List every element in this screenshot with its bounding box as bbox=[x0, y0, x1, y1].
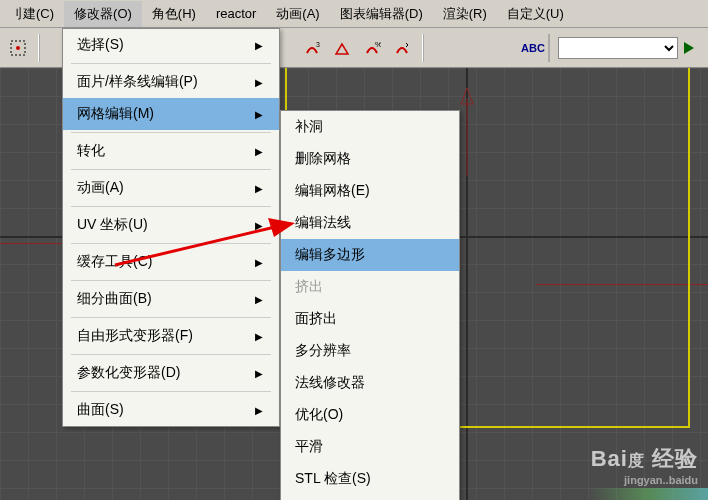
watermark-brand: Bai bbox=[591, 446, 628, 471]
menu-rendering[interactable]: 渲染(R) bbox=[433, 1, 497, 27]
menu-reactor[interactable]: reactor bbox=[206, 2, 266, 25]
menu-customize[interactable]: 自定义(U) bbox=[497, 1, 574, 27]
play-icon bbox=[683, 41, 695, 55]
submenu-optimize[interactable]: 优化(O) bbox=[281, 399, 459, 431]
submenu-normal-modifier[interactable]: 法线修改器 bbox=[281, 367, 459, 399]
menu-item-label: UV 坐标(U) bbox=[77, 216, 235, 234]
menu-item-uv-coords[interactable]: UV 坐标(U)▶ bbox=[63, 209, 279, 241]
menu-item-label: 平滑 bbox=[295, 438, 443, 456]
tool-percent-snap[interactable]: % bbox=[358, 34, 386, 62]
watermark-suffix: 经验 bbox=[652, 446, 698, 471]
menu-separator bbox=[71, 391, 271, 392]
menu-item-ffd[interactable]: 自由形式变形器(F)▶ bbox=[63, 320, 279, 352]
submenu-arrow-icon: ▶ bbox=[255, 40, 263, 51]
menu-item-animation[interactable]: 动画(A)▶ bbox=[63, 172, 279, 204]
snap-icon: 3 bbox=[303, 39, 321, 57]
menu-separator bbox=[71, 280, 271, 281]
submenu-smooth[interactable]: 平滑 bbox=[281, 431, 459, 463]
menu-item-label: 删除网格 bbox=[295, 150, 443, 168]
submenu-face-extrude[interactable]: 面挤出 bbox=[281, 303, 459, 335]
named-selection-label[interactable]: ABC bbox=[518, 34, 550, 62]
watermark-url: jingyan..baidu bbox=[591, 474, 698, 486]
submenu-cap-holes[interactable]: 补洞 bbox=[281, 111, 459, 143]
menu-item-label: 面片/样条线编辑(P) bbox=[77, 73, 235, 91]
menu-item-label: STL 检查(S) bbox=[295, 470, 443, 488]
guideline bbox=[0, 243, 68, 244]
menu-item-mesh-editing[interactable]: 网格编辑(M)▶ bbox=[63, 98, 279, 130]
svg-point-1 bbox=[16, 46, 20, 50]
menu-item-selection[interactable]: 选择(S)▶ bbox=[63, 29, 279, 61]
menu-character[interactable]: 角色(H) bbox=[142, 1, 206, 27]
menu-item-label: 优化(O) bbox=[295, 406, 443, 424]
percent-snap-icon: % bbox=[363, 39, 381, 57]
spinner-icon bbox=[393, 39, 411, 57]
menu-item-label: 挤出 bbox=[295, 278, 443, 296]
menu-item-surface[interactable]: 曲面(S)▶ bbox=[63, 394, 279, 426]
menu-animation[interactable]: 动画(A) bbox=[266, 1, 329, 27]
menu-create[interactable]: 刂建(C) bbox=[0, 1, 64, 27]
named-selection-dropdown[interactable] bbox=[558, 37, 678, 59]
menu-item-label: 曲面(S) bbox=[77, 401, 235, 419]
submenu-extrude[interactable]: 挤出 bbox=[281, 271, 459, 303]
menu-item-label: 编辑多边形 bbox=[295, 246, 443, 264]
menu-item-label: 参数化变形器(D) bbox=[77, 364, 235, 382]
menu-separator bbox=[71, 354, 271, 355]
menu-separator bbox=[71, 169, 271, 170]
menu-item-label: 编辑网格(E) bbox=[295, 182, 443, 200]
svg-text:3: 3 bbox=[316, 41, 320, 48]
menu-graph-editors[interactable]: 图表编辑器(D) bbox=[330, 1, 433, 27]
angle-snap-icon bbox=[333, 39, 351, 57]
submenu-arrow-icon: ▶ bbox=[255, 257, 263, 268]
submenu-edit-poly[interactable]: 编辑多边形 bbox=[281, 239, 459, 271]
submenu-arrow-icon: ▶ bbox=[255, 146, 263, 157]
menu-item-label: 多分辨率 bbox=[295, 342, 443, 360]
submenu-stl-check[interactable]: STL 检查(S) bbox=[281, 463, 459, 495]
menu-item-label: 编辑法线 bbox=[295, 214, 443, 232]
play-forward-button[interactable] bbox=[680, 34, 698, 62]
menu-separator bbox=[71, 206, 271, 207]
submenu-multires[interactable]: 多分辨率 bbox=[281, 335, 459, 367]
menu-item-label: 补洞 bbox=[295, 118, 443, 136]
menu-item-subdiv-surface[interactable]: 细分曲面(B)▶ bbox=[63, 283, 279, 315]
menu-item-label: 面挤出 bbox=[295, 310, 443, 328]
watermark: Bai度 经验 jingyan..baidu bbox=[591, 444, 698, 486]
mesh-editing-submenu: 补洞 删除网格 编辑网格(E) 编辑法线 编辑多边形 挤出 面挤出 多分辨率 法… bbox=[280, 110, 460, 500]
svg-text:%: % bbox=[375, 40, 381, 49]
submenu-edit-normals[interactable]: 编辑法线 bbox=[281, 207, 459, 239]
menu-item-label: 动画(A) bbox=[77, 179, 235, 197]
submenu-arrow-icon: ▶ bbox=[255, 294, 263, 305]
menu-separator bbox=[71, 63, 271, 64]
menu-separator bbox=[71, 243, 271, 244]
submenu-arrow-icon: ▶ bbox=[255, 77, 263, 88]
tool-angle-snap[interactable] bbox=[328, 34, 356, 62]
submenu-arrow-icon: ▶ bbox=[255, 109, 263, 120]
menu-item-label: 自由形式变形器(F) bbox=[77, 327, 235, 345]
gizmo-y-axis bbox=[459, 88, 489, 178]
menu-item-patch-spline[interactable]: 面片/样条线编辑(P)▶ bbox=[63, 66, 279, 98]
marquee-icon bbox=[9, 39, 27, 57]
abc-text: ABC bbox=[521, 42, 545, 54]
menu-item-label: 细分曲面(B) bbox=[77, 290, 235, 308]
submenu-arrow-icon: ▶ bbox=[255, 368, 263, 379]
menu-modifiers[interactable]: 修改器(O) bbox=[64, 1, 142, 27]
menubar: 刂建(C) 修改器(O) 角色(H) reactor 动画(A) 图表编辑器(D… bbox=[0, 0, 708, 28]
submenu-arrow-icon: ▶ bbox=[255, 405, 263, 416]
submenu-arrow-icon: ▶ bbox=[255, 331, 263, 342]
submenu-delete-mesh[interactable]: 删除网格 bbox=[281, 143, 459, 175]
menu-item-label: 缓存工具(C) bbox=[77, 253, 235, 271]
tool-snap-toggle[interactable]: 3 bbox=[298, 34, 326, 62]
submenu-arrow-icon: ▶ bbox=[255, 183, 263, 194]
menu-item-label: 法线修改器 bbox=[295, 374, 443, 392]
toolbar-separator bbox=[38, 34, 40, 62]
menu-item-conversion[interactable]: 转化▶ bbox=[63, 135, 279, 167]
tool-spinner-snap[interactable] bbox=[388, 34, 416, 62]
tool-selection-marquee[interactable] bbox=[4, 34, 32, 62]
toolbar-separator bbox=[422, 34, 424, 62]
menu-item-label: 网格编辑(M) bbox=[77, 105, 235, 123]
submenu-edit-mesh[interactable]: 编辑网格(E) bbox=[281, 175, 459, 207]
menu-item-label: 转化 bbox=[77, 142, 235, 160]
menu-item-cache-tools[interactable]: 缓存工具(C)▶ bbox=[63, 246, 279, 278]
submenu-arrow-icon: ▶ bbox=[255, 220, 263, 231]
decorative-gradient bbox=[588, 488, 708, 500]
menu-item-param-deformers[interactable]: 参数化变形器(D)▶ bbox=[63, 357, 279, 389]
